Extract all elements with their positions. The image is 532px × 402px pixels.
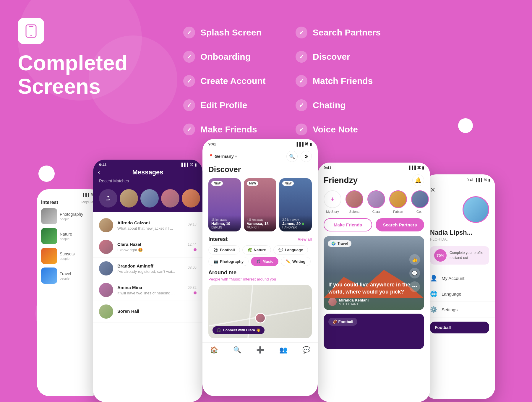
complete-profile-prompt[interactable]: 70% Complete your profile to stand out	[430, 246, 489, 265]
close-button[interactable]: ✕	[424, 184, 495, 196]
discover-card-1[interactable]: NEW 4,8 km away Vanessa, 18 MUNICH	[244, 178, 276, 231]
phone1-interest-label: Interest	[41, 200, 58, 205]
story-avatar-ge	[411, 190, 429, 208]
feature-label-3: Create Account	[200, 76, 266, 86]
add-story-button[interactable]: +	[324, 190, 341, 208]
msg-info-brandon: Brandon Aminoff I've already registered,…	[117, 263, 184, 274]
message-item-3[interactable]: Amina Mina It will have two lines of hea…	[93, 279, 202, 301]
story-mystory[interactable]: + My Story	[324, 190, 341, 213]
heart-icon: ♥	[107, 195, 109, 198]
photography-tag-icon: 📷	[213, 259, 218, 264]
football-tag-label: Football	[220, 248, 235, 252]
menu-item-language[interactable]: 🌐 Language	[424, 286, 495, 302]
phone1-item-1-text: Photography people	[60, 212, 83, 221]
msg-name-clara: Clara Hazel	[117, 242, 184, 247]
tag-writing[interactable]: ✏️ Writing	[281, 257, 311, 266]
writing-tag-icon: ✏️	[286, 259, 291, 264]
nav-friends-icon[interactable]: 👥	[279, 346, 287, 354]
msg-unread-dot-amina	[194, 291, 197, 294]
message-item-1[interactable]: Clara Hazel I know right 🤩 12:44	[93, 236, 202, 258]
card-2-name: James, 20	[282, 221, 309, 226]
story-selena[interactable]: Selena	[346, 190, 363, 213]
card-0-info: 16 km away Halima, 19 BERLIN	[208, 215, 241, 231]
search-partners-button[interactable]: Search Partners	[376, 218, 424, 231]
feed-card-author: Miranda Kehlani STUTTGART	[328, 298, 369, 306]
msg-avatar-alfredo	[99, 218, 113, 232]
profile-name: Nadia Lipsh...	[424, 229, 495, 236]
phone5-wifi: ⌘	[484, 178, 487, 182]
make-friends-button[interactable]: Make Friends	[324, 218, 372, 231]
settings-icon: ⚙️	[430, 306, 437, 313]
story-clara[interactable]: Clara	[367, 190, 385, 213]
phone-discover: 9:41 ▐▐▐ ⌘ ▮ 📍 Germany ▾ 🔍 ⚙ Discover NE…	[202, 139, 318, 396]
feature-item-4: Edit Profile	[183, 96, 296, 114]
interest-tags: ⚽ Football 🌿 Nature 💬 Language 📷 Photogr…	[208, 245, 312, 266]
around-me-section: Around me People with "Music" interest a…	[202, 270, 318, 342]
discover-header: 📍 Germany ▾ 🔍 ⚙	[202, 148, 318, 165]
view-all-button[interactable]: View all	[298, 237, 312, 241]
notifications-button[interactable]: 🔔	[412, 174, 424, 186]
discover-card-0[interactable]: NEW 16 km away Halima, 19 BERLIN	[208, 178, 241, 231]
tag-nature[interactable]: 🌿 Nature	[242, 245, 271, 255]
match-avatar-1[interactable]	[120, 189, 138, 208]
phone3-battery: ▮	[310, 142, 312, 146]
message-item-4[interactable]: Soren Hall	[93, 301, 202, 322]
feature-item-8: Match Friends	[296, 72, 408, 90]
connect-headphone-icon: 🎧	[217, 328, 221, 332]
map-area: 🎧 Connect with Clara 👋	[208, 285, 312, 338]
check-icon-1	[183, 27, 195, 38]
feature-label-2: Onboarding	[200, 52, 251, 62]
screens-area: ▐▐▐ ⌘ ▮ Interest Popular ▾ Photography p…	[0, 130, 532, 402]
nav-add-icon[interactable]: ➕	[256, 346, 264, 354]
match-avatar-3[interactable]	[161, 189, 179, 208]
feed-more-button[interactable]: •••	[409, 281, 420, 292]
menu-item-settings[interactable]: ⚙️ Settings	[424, 302, 495, 317]
feed-comment-button[interactable]: 💬	[409, 268, 420, 278]
phone3-status-bar: 9:41 ▐▐▐ ⌘ ▮	[202, 139, 318, 148]
feature-label-6: Search Partners	[313, 27, 381, 38]
story-ge[interactable]: Ge...	[411, 190, 429, 213]
phone2-title: Messages	[132, 168, 163, 176]
discover-search-button[interactable]: 🔍	[286, 151, 298, 162]
phone2-back-button[interactable]: ‹	[98, 168, 100, 176]
nav-discover-icon[interactable]: 🔍	[233, 346, 241, 354]
features-col2: Search Partners Discover Match Friends C…	[296, 24, 408, 138]
music-tag-label: Music	[262, 259, 273, 264]
story-fabian[interactable]: Fabian	[389, 190, 407, 213]
story-label-mystory: My Story	[326, 210, 339, 213]
tag-football[interactable]: ⚽ Football	[208, 245, 240, 255]
writing-tag-label: Writing	[292, 259, 306, 264]
tag-language[interactable]: 💬 Language	[273, 245, 308, 255]
feed-card-football: 🏈 Football	[324, 314, 424, 349]
phone2-signal: ▐▐▐	[180, 163, 188, 167]
match-avatar-4[interactable]	[182, 189, 200, 208]
discover-filter-button[interactable]: ⚙	[301, 151, 312, 162]
card-1-city: MUNICH	[247, 226, 273, 229]
discover-card-2[interactable]: NEW 2,2 km away James, 20 HANOVER	[279, 178, 312, 231]
nav-chat-icon[interactable]: 💬	[302, 346, 310, 354]
feature-label-7: Discover	[313, 52, 350, 62]
menu-item-account[interactable]: 👤 My Account	[424, 270, 495, 286]
feed-card-text: If you could live anywhere in the world,…	[328, 281, 419, 295]
match-avatar-2[interactable]	[140, 189, 159, 208]
phone5-avatar-area	[424, 196, 495, 229]
feature-label-4: Edit Profile	[200, 100, 247, 110]
feature-item-6: Search Partners	[296, 24, 408, 41]
progress-circle: 70%	[434, 249, 447, 262]
card-0-name: Halima, 19	[211, 221, 238, 226]
recent-matches-row: ♥ 32	[93, 187, 202, 212]
feed-like-button[interactable]: 👍	[409, 254, 420, 265]
tag-photography[interactable]: 📷 Photography	[208, 257, 249, 266]
message-item-0[interactable]: Alfredo Calzoni What about that new jack…	[93, 215, 202, 236]
tag-music[interactable]: 🎵 Music	[251, 257, 278, 266]
phone5-battery: ▮	[488, 178, 490, 182]
phone2-status-icons: ▐▐▐ ⌘ ▮	[180, 163, 197, 167]
nav-home-icon[interactable]: 🏠	[210, 346, 218, 354]
phone2-time: 9:41	[99, 163, 107, 167]
check-icon-6	[296, 27, 307, 38]
message-item-2[interactable]: Brandon Aminoff I've already registered,…	[93, 258, 202, 279]
connect-with-clara-button[interactable]: 🎧 Connect with Clara 👋	[213, 326, 265, 334]
football-card-label: Football	[435, 325, 451, 330]
match-heart-item[interactable]: ♥ 32	[99, 189, 117, 208]
phone2-header-row: ‹ Messages	[93, 168, 202, 176]
